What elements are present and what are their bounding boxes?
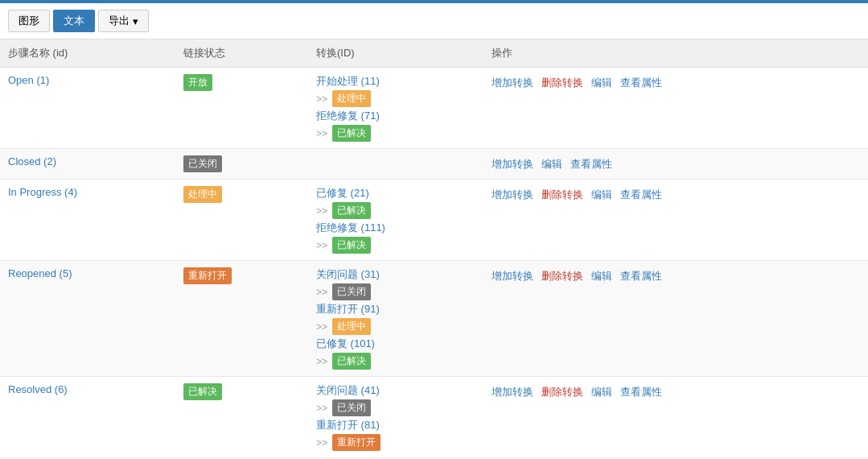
transition-link[interactable]: 拒绝修复 (71) [316,109,380,123]
action-link-编辑[interactable]: 编辑 [591,385,612,399]
action-link-删除转换[interactable]: 删除转换 [541,188,583,202]
action-buttons: 增加转换删除转换编辑查看属性 [492,267,860,283]
transition-target-badge: 重新打开 [332,434,381,451]
transition-name-row: 已修复 (21) [316,186,475,201]
transition-link[interactable]: 已修复 (101) [316,337,375,351]
transition-arrow-row: >>已解决 [316,125,475,142]
transition-link[interactable]: 关闭问题 (41) [316,383,380,398]
step-name-cell: In Progress (4) [0,180,175,261]
table-body: Open (1)开放开始处理 (11)>>处理中拒绝修复 (71)>>已解决增加… [0,68,868,458]
transitions-cell: 关闭问题 (41)>>已关闭重新打开 (81)>>重新打开 [308,377,483,458]
transition-link[interactable]: 拒绝修复 (111) [316,221,385,235]
arrow-icon: >> [316,403,327,414]
export-label: 导出 [109,14,130,28]
action-link-增加转换[interactable]: 增加转换 [492,76,533,90]
action-buttons: 增加转换删除转换编辑查看属性 [492,186,860,202]
step-name-link[interactable]: Reopened (5) [8,267,72,279]
export-chevron-icon: ▾ [133,15,138,27]
transition-link[interactable]: 重新打开 (91) [316,302,380,316]
transition-target-badge: 已解决 [332,353,371,370]
action-link-查看属性[interactable]: 查看属性 [620,76,662,90]
transition-target-badge: 已解决 [332,237,371,254]
arrow-icon: >> [316,93,327,105]
transitions-cell: 关闭问题 (31)>>已关闭重新打开 (91)>>处理中已修复 (101)>>已… [308,261,483,377]
actions-cell: 增加转换删除转换编辑查看属性 [483,180,868,261]
transition-arrow-row: >>已解决 [316,353,475,370]
transitions-cell: 开始处理 (11)>>处理中拒绝修复 (71)>>已解决 [308,68,483,149]
transition-target-badge: 已解决 [332,125,371,142]
table-row: Resolved (6)已解决关闭问题 (41)>>已关闭重新打开 (81)>>… [0,377,868,458]
export-button[interactable]: 导出 ▾ [98,10,149,32]
transition-target-badge: 已关闭 [332,283,371,300]
transition-link[interactable]: 关闭问题 (31) [316,267,380,282]
arrow-icon: >> [316,128,327,139]
transition-arrow-row: >>处理中 [316,318,475,335]
transition-arrow-row: >>已解决 [316,202,475,219]
transition-link[interactable]: 重新打开 (81) [316,418,380,432]
transition-name-row: 开始处理 (11) [316,74,475,89]
col-step-name: 步骤名称 (id) [0,39,175,68]
step-name-link[interactable]: In Progress (4) [8,186,77,198]
table-row: Reopened (5)重新打开关闭问题 (31)>>已关闭重新打开 (91)>… [0,261,868,377]
action-link-查看属性[interactable]: 查看属性 [620,188,662,202]
transition-link[interactable]: 开始处理 (11) [316,74,380,89]
transition-target-badge: 已关闭 [332,399,371,416]
status-badge: 处理中 [183,186,222,203]
arrow-icon: >> [316,437,327,449]
transition-name-row: 重新打开 (81) [316,418,475,432]
transition-name-row: 重新打开 (91) [316,302,475,316]
table-row: Closed (2)已关闭增加转换编辑查看属性 [0,149,868,180]
text-button[interactable]: 文本 [53,10,95,32]
badge-cell: 开放 [175,68,308,149]
status-badge: 重新打开 [183,267,232,284]
table-row: Open (1)开放开始处理 (11)>>处理中拒绝修复 (71)>>已解决增加… [0,68,868,149]
action-link-增加转换[interactable]: 增加转换 [492,269,533,283]
status-badge: 已关闭 [183,155,222,172]
transition-arrow-row: >>重新打开 [316,434,475,451]
step-name-cell: Reopened (5) [0,261,175,377]
action-link-删除转换[interactable]: 删除转换 [541,385,583,399]
transitions-cell: 已修复 (21)>>已解决拒绝修复 (111)>>已解决 [308,180,483,261]
action-link-删除转换[interactable]: 删除转换 [541,269,583,283]
transition-link[interactable]: 已修复 (21) [316,186,369,201]
table-header: 步骤名称 (id) 链接状态 转换(ID) 操作 [0,39,868,68]
transition-name-row: 拒绝修复 (71) [316,109,475,123]
step-name-link[interactable]: Open (1) [8,74,49,86]
action-link-增加转换[interactable]: 增加转换 [492,157,533,172]
action-buttons: 增加转换编辑查看属性 [492,155,860,172]
transition-arrow-row: >>已关闭 [316,283,475,300]
action-link-编辑[interactable]: 编辑 [591,188,612,202]
action-link-编辑[interactable]: 编辑 [541,157,562,172]
actions-cell: 增加转换删除转换编辑查看属性 [483,261,868,377]
badge-cell: 已关闭 [175,149,308,180]
action-buttons: 增加转换删除转换编辑查看属性 [492,383,860,399]
action-link-查看属性[interactable]: 查看属性 [570,157,612,172]
action-link-查看属性[interactable]: 查看属性 [620,385,662,399]
action-link-删除转换[interactable]: 删除转换 [541,76,583,90]
action-link-增加转换[interactable]: 增加转换 [492,385,533,399]
action-link-编辑[interactable]: 编辑 [591,269,612,283]
transition-arrow-row: >>处理中 [316,90,475,107]
status-badge: 已解决 [183,383,222,400]
action-link-编辑[interactable]: 编辑 [591,76,612,90]
action-buttons: 增加转换删除转换编辑查看属性 [492,74,860,90]
action-link-增加转换[interactable]: 增加转换 [492,188,533,202]
workflow-table: 步骤名称 (id) 链接状态 转换(ID) 操作 Open (1)开放开始处理 … [0,39,868,458]
step-name-cell: Closed (2) [0,149,175,180]
step-name-link[interactable]: Closed (2) [8,155,56,167]
badge-cell: 处理中 [175,180,308,261]
transition-target-badge: 处理中 [332,318,371,335]
arrow-icon: >> [316,287,327,298]
transition-name-row: 已修复 (101) [316,337,475,351]
chart-button[interactable]: 图形 [8,10,50,32]
transition-name-row: 拒绝修复 (111) [316,221,475,235]
step-name-link[interactable]: Resolved (6) [8,383,68,395]
arrow-icon: >> [316,356,327,367]
transition-arrow-row: >>已关闭 [316,399,475,416]
action-link-查看属性[interactable]: 查看属性 [620,269,662,283]
step-name-cell: Resolved (6) [0,377,175,458]
status-badge: 开放 [183,74,212,91]
actions-cell: 增加转换编辑查看属性 [483,149,868,180]
arrow-icon: >> [316,321,327,333]
col-actions: 操作 [483,39,868,68]
